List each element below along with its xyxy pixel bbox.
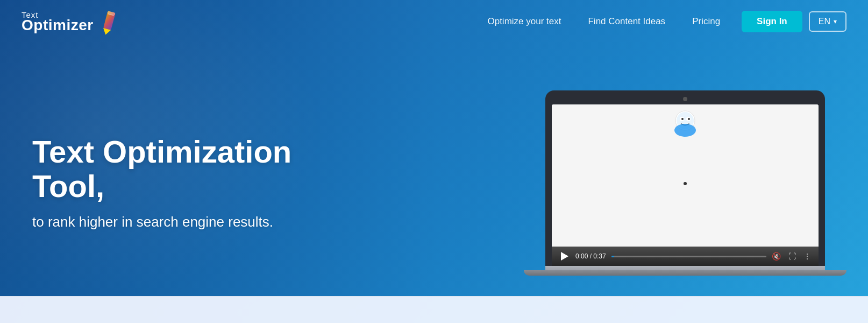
video-controls-bar[interactable]: 0:00 / 0:37 🔇 ⛶ ⋮ — [552, 247, 819, 266]
nav-actions: Sign In EN ▾ — [742, 11, 846, 32]
laptop-screen-outer: 0:00 / 0:37 🔇 ⛶ ⋮ — [545, 90, 825, 266]
laptop-base — [545, 266, 825, 276]
video-progress-fill — [611, 256, 615, 257]
bottom-bar — [0, 296, 868, 323]
nav-link-optimize[interactable]: Optimize your text — [487, 16, 561, 27]
hero-content: Text Optimization Tool, to rank higher i… — [0, 43, 868, 323]
play-triangle-icon — [561, 252, 568, 261]
svg-point-10 — [674, 124, 696, 137]
video-time: 0:00 / 0:37 — [575, 252, 606, 260]
signin-button[interactable]: Sign In — [742, 11, 802, 32]
video-display-area — [552, 104, 819, 247]
lang-label: EN — [819, 17, 830, 26]
mascot-icon — [672, 110, 699, 137]
language-selector[interactable]: EN ▾ — [809, 11, 846, 32]
laptop: 0:00 / 0:37 🔇 ⛶ ⋮ — [545, 90, 825, 276]
hero-section: Text Optimizer — [0, 0, 868, 323]
fullscreen-icon[interactable]: ⛶ — [788, 252, 796, 261]
chevron-down-icon: ▾ — [834, 18, 837, 25]
play-button[interactable] — [559, 251, 570, 262]
video-dot — [684, 182, 687, 185]
nav-link-content-ideas[interactable]: Find Content Ideas — [588, 16, 665, 27]
nav-links: Optimize your text Find Content Ideas Pr… — [487, 16, 720, 27]
laptop-camera — [683, 97, 687, 101]
svg-point-8 — [681, 118, 684, 120]
more-options-icon[interactable]: ⋮ — [803, 252, 811, 261]
logo-text: Text Optimizer — [22, 11, 94, 33]
video-control-icons: 🔇 ⛶ ⋮ — [772, 252, 811, 261]
svg-point-9 — [688, 118, 690, 120]
video-player[interactable]: 0:00 / 0:37 🔇 ⛶ ⋮ — [552, 104, 819, 266]
laptop-screen: 0:00 / 0:37 🔇 ⛶ ⋮ — [552, 104, 819, 266]
hero-text-block: Text Optimization Tool, to rank higher i… — [32, 135, 333, 231]
mute-icon[interactable]: 🔇 — [772, 252, 781, 261]
navbar: Text Optimizer — [0, 0, 868, 43]
hero-subtitle: to rank higher in search engine results. — [32, 213, 333, 231]
logo-text-bottom: Optimizer — [22, 18, 94, 33]
hero-title: Text Optimization Tool, — [32, 135, 333, 203]
pen-icon — [94, 7, 123, 37]
nav-link-pricing[interactable]: Pricing — [692, 16, 720, 27]
video-progress-bar[interactable] — [611, 256, 766, 257]
logo[interactable]: Text Optimizer — [22, 7, 123, 37]
laptop-mockup: 0:00 / 0:37 🔇 ⛶ ⋮ — [545, 90, 825, 276]
